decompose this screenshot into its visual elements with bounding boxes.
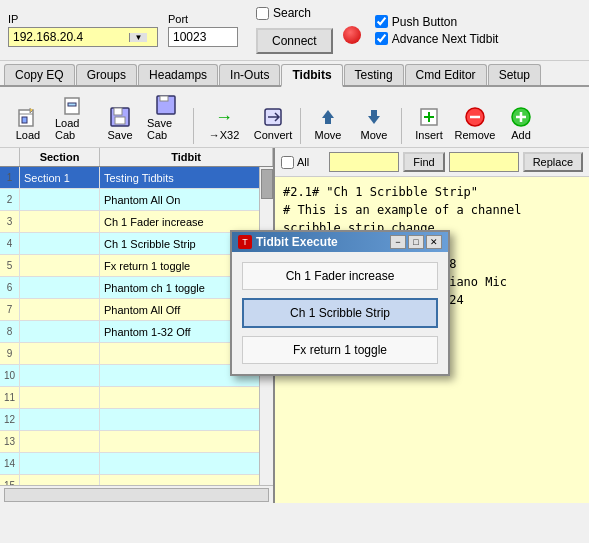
connect-button[interactable]: Connect (256, 28, 333, 54)
row-section (20, 321, 100, 342)
load-button[interactable]: Load (6, 102, 50, 144)
tab-tidbits[interactable]: Tidbits (281, 64, 342, 87)
advance-next-checkbox[interactable] (375, 32, 388, 45)
convert-action-button[interactable]: Convert (251, 102, 295, 144)
ip-dropdown-arrow[interactable]: ▼ (129, 33, 147, 42)
dialog-maximize-button[interactable]: □ (408, 235, 424, 249)
dialog-close-button[interactable]: ✕ (426, 235, 442, 249)
row-section (20, 387, 100, 408)
row-number: 4 (0, 233, 20, 254)
tidbit-execute-dialog[interactable]: T Tidbit Execute − □ ✕ Ch 1 Fader increa… (230, 230, 450, 376)
row-section (20, 475, 100, 485)
tab-bar: Copy EQ Groups Headamps In-Outs Tidbits … (0, 61, 589, 87)
row-section (20, 409, 100, 430)
toolbar-sep-1 (193, 108, 194, 144)
all-checkbox-row: All (281, 156, 309, 169)
convert-button[interactable]: → →X32 (199, 102, 249, 144)
row-number: 11 (0, 387, 20, 408)
move-down-button[interactable]: Move (352, 102, 396, 144)
row-tidbit: Testing Tidbits (100, 167, 273, 188)
port-input[interactable] (168, 27, 238, 47)
table-row[interactable]: 11 (0, 387, 273, 409)
tab-cmd-editor[interactable]: Cmd Editor (405, 64, 487, 85)
tab-setup[interactable]: Setup (488, 64, 541, 85)
row-number: 5 (0, 255, 20, 276)
row-section (20, 211, 100, 232)
dialog-item-0[interactable]: Ch 1 Fader increase (242, 262, 438, 290)
table-row[interactable]: 15 (0, 475, 273, 485)
row-number: 1 (0, 167, 20, 188)
svg-rect-8 (160, 96, 168, 101)
move-down-label: Move (361, 129, 388, 141)
convert-label: Convert (254, 129, 293, 141)
replace-button[interactable]: Replace (523, 152, 583, 172)
advance-next-row: Advance Next Tidbit (375, 32, 499, 46)
push-button-label: Push Button (392, 15, 457, 29)
save-cab-label: Save Cab (147, 117, 185, 141)
save-cab-button[interactable]: Save Cab (144, 90, 188, 144)
scrollbar-thumb[interactable] (261, 169, 273, 199)
row-number: 6 (0, 277, 20, 298)
insert-button[interactable]: Insert (407, 102, 451, 144)
find-input[interactable] (329, 152, 399, 172)
dialog-ctrl-buttons: − □ ✕ (390, 235, 442, 249)
tab-copy-eq[interactable]: Copy EQ (4, 64, 75, 85)
tab-headamps[interactable]: Headamps (138, 64, 218, 85)
replace-input[interactable] (449, 152, 519, 172)
connection-status-dot (343, 26, 361, 44)
row-number: 2 (0, 189, 20, 210)
toolbar-sep-3 (401, 108, 402, 144)
save-button[interactable]: Save (98, 102, 142, 144)
table-row[interactable]: 12 (0, 409, 273, 431)
tab-testing[interactable]: Testing (344, 64, 404, 85)
dialog-body: Ch 1 Fader increase Ch 1 Scribble Strip … (232, 252, 448, 374)
table-row[interactable]: 2Phantom All On (0, 189, 273, 211)
row-number: 8 (0, 321, 20, 342)
remove-button[interactable]: Remove (453, 102, 497, 144)
row-number: 7 (0, 299, 20, 320)
table-row[interactable]: 1Section 1Testing Tidbits (0, 167, 273, 189)
tab-groups[interactable]: Groups (76, 64, 137, 85)
row-number: 14 (0, 453, 20, 474)
row-section (20, 453, 100, 474)
add-button[interactable]: Add (499, 102, 543, 144)
row-number: 3 (0, 211, 20, 232)
dialog-item-1[interactable]: Ch 1 Scribble Strip (242, 298, 438, 328)
row-number: 12 (0, 409, 20, 430)
find-button[interactable]: Find (403, 152, 444, 172)
save-icon (108, 105, 132, 129)
dialog-title-icon: T (238, 235, 252, 249)
search-label: Search (273, 6, 311, 20)
horizontal-scrollbar[interactable] (4, 488, 269, 502)
row-tidbit (100, 453, 273, 474)
table-row[interactable]: 14 (0, 453, 273, 475)
move-up-icon (316, 105, 340, 129)
move-up-button[interactable]: Move (306, 102, 350, 144)
move-up-label: Move (315, 129, 342, 141)
push-button-row: Push Button (375, 15, 499, 29)
ip-group: IP ▼ (8, 13, 158, 47)
dialog-title-text: Tidbit Execute (256, 235, 386, 249)
search-checkbox[interactable] (256, 7, 269, 20)
push-button-checkbox[interactable] (375, 15, 388, 28)
tab-in-outs[interactable]: In-Outs (219, 64, 280, 85)
col-section-header: Section (20, 148, 100, 166)
toolbar-sep-2 (300, 108, 301, 144)
all-checkbox[interactable] (281, 156, 294, 169)
remove-label: Remove (455, 129, 496, 141)
ip-input[interactable] (9, 28, 129, 46)
row-section (20, 255, 100, 276)
ip-dropdown[interactable]: ▼ (8, 27, 158, 47)
col-num-header (0, 148, 20, 166)
svg-rect-10 (325, 118, 331, 124)
row-tidbit: Phantom All On (100, 189, 273, 210)
dialog-item-2[interactable]: Fx return 1 toggle (242, 336, 438, 364)
load-cab-button[interactable]: Load Cab (52, 90, 96, 144)
dialog-minimize-button[interactable]: − (390, 235, 406, 249)
convert-icon (261, 105, 285, 129)
table-row[interactable]: 13 (0, 431, 273, 453)
save-label: Save (107, 129, 132, 141)
row-number: 15 (0, 475, 20, 485)
add-label: Add (511, 129, 531, 141)
row-section: Section 1 (20, 167, 100, 188)
